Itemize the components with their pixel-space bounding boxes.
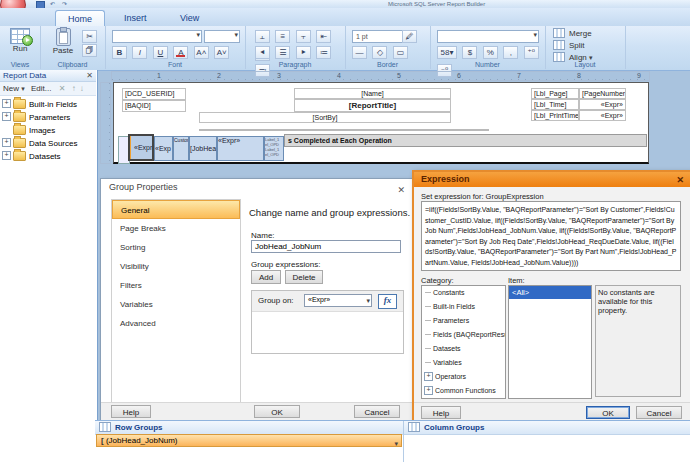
tablix-cell-exp[interactable]: «Exp [154,136,173,161]
tablix-cell-tiny[interactable]: Label_1 el_OPD Label_1 el_OPD [264,136,284,161]
move-down-icon[interactable]: ↓ [80,84,84,93]
align-right-icon[interactable]: ⯈ [296,46,311,59]
plus-expander-icon[interactable]: + [424,386,433,395]
field-page-number[interactable]: [PageNumber] [579,88,626,99]
tree-item-images[interactable]: +Images [0,124,55,137]
ok-button[interactable]: OK [586,406,630,419]
group-name-input[interactable]: JobHead_JobNum [251,240,401,253]
close-icon[interactable]: ✕ [397,182,405,199]
chevron-down-icon[interactable]: ▾ [394,438,398,450]
plus-expander-icon[interactable]: + [2,151,11,160]
fx-button[interactable]: fx [378,294,397,309]
nav-variables[interactable]: Variables [112,295,240,314]
item-all-selected[interactable]: <All> [509,286,591,299]
category-tree[interactable]: Constants Built-in Fields Parameters Fie… [421,285,506,399]
split-button[interactable]: Split [553,40,585,52]
nav-filters[interactable]: Filters [112,276,240,295]
tablix-cell-expr-selected[interactable]: «Expr» [128,134,154,161]
currency-button[interactable]: $ [462,46,477,59]
item-list[interactable]: <All> [508,285,592,399]
edit-button[interactable]: Edit... [31,84,51,93]
tab-home[interactable]: Home [55,10,105,27]
field-time-expr[interactable]: «Expr» [579,99,626,110]
field-dcd-userid[interactable]: [DCD_USERID] [122,88,186,100]
shrink-font-button[interactable]: A˅ [214,46,229,59]
align-left-icon[interactable]: ⯇ [255,46,270,59]
border-line-icon[interactable]: — [352,46,367,59]
nav-general[interactable]: General [112,200,240,219]
percent-button[interactable]: % [483,46,498,59]
group-on-combo[interactable]: «Expr»▾ [304,294,372,307]
plus-expander-icon[interactable]: + [2,99,11,108]
tree-item-data-sources[interactable]: +Data Sources [0,137,77,150]
tablix-cell-jobhead[interactable]: [JobHead [189,136,217,161]
increase-decimal-button[interactable]: ⁺⁰ [524,46,539,59]
bold-button[interactable]: B [112,46,127,59]
tab-insert[interactable]: Insert [112,10,159,26]
underline-button[interactable]: U [153,46,168,59]
category-common-functions[interactable]: +Common Functions [422,384,505,398]
align-middle-icon[interactable]: ≡ [275,30,290,43]
paste-button[interactable]: Paste [48,28,78,60]
number-format-select[interactable]: ▾ [437,30,539,43]
border-width-select[interactable]: 1 pt [352,30,403,43]
nav-visibility[interactable]: Visibility [112,257,240,276]
copy-button[interactable]: 🗍 [82,44,98,62]
category-variables[interactable]: Variables [422,356,505,370]
comma-button[interactable]: , [503,46,518,59]
tablix-column-header[interactable]: s Completed at Each Operation [284,134,647,147]
cancel-button[interactable]: Cancel [636,406,682,419]
save-icon[interactable] [36,1,44,7]
nav-advanced[interactable]: Advanced [112,314,240,333]
number-format-icon[interactable]: 58▾ [437,46,457,59]
cancel-button[interactable]: Cancel [354,405,400,418]
nav-sorting[interactable]: Sorting [112,238,240,257]
field-baqid[interactable]: [BAQID] [122,100,186,112]
category-fields-baqreportresult[interactable]: Fields (BAQReportResult) [422,328,505,342]
category-datasets[interactable]: Datasets [422,342,505,356]
page-info-table[interactable]: [Lbl_Page] [PageNumber] [Lbl_Time] «Expr… [531,88,626,121]
tree-item-datasets[interactable]: +Datasets [0,150,61,163]
indent-decrease-icon[interactable]: ⇤ [316,30,331,43]
tree-item-built-in-fields[interactable]: +Built-in Fields [0,98,77,111]
field-lbl-page[interactable]: [Lbl_Page] [531,88,579,99]
merge-button[interactable]: Merge [553,28,592,40]
tablix-cell-expr2[interactable]: «Expr» [217,136,264,161]
delete-icon[interactable]: ✕ [59,84,66,93]
row-group-item[interactable]: [ (JobHead_JobNum) ▾ [96,434,402,447]
help-button[interactable]: Help [421,406,461,419]
close-icon[interactable]: ✕ [676,173,684,188]
bullet-list-icon[interactable]: ≔ [316,46,331,59]
field-name[interactable]: [Name] [294,88,451,99]
delete-button[interactable]: Delete [285,270,323,284]
category-parameters[interactable]: Parameters [422,314,505,328]
ok-button[interactable]: OK [254,405,300,418]
grow-font-button[interactable]: A˄ [194,46,209,59]
close-icon[interactable]: ✕ [86,70,93,82]
field-report-title[interactable]: [ReportTitle] [294,99,451,112]
border-style-icon[interactable]: ◇ [372,46,387,59]
help-button[interactable]: Help [111,405,151,418]
field-lbl-printtime[interactable]: [Lbl_PrintTime] [531,110,579,121]
plus-expander-icon[interactable]: + [2,138,11,147]
undo-icon[interactable]: ↶ [50,1,58,7]
expression-textbox[interactable]: =iif((Fields!SortBy.Value, "BAQReportPar… [421,201,681,271]
align-center-icon[interactable]: ☰ [275,46,290,59]
category-built-in-fields[interactable]: Built-in Fields [422,300,505,314]
plus-expander-icon[interactable]: + [2,112,11,121]
font-color-button[interactable]: A [173,46,188,59]
plus-expander-icon[interactable]: + [424,372,433,381]
move-up-icon[interactable]: ↑ [72,84,76,93]
font-name-select[interactable]: ▾ [112,30,202,43]
border-box-icon[interactable]: ▭ [393,46,408,59]
align-bottom-icon[interactable]: ⫟ [296,30,311,43]
italic-button[interactable]: I [132,46,147,59]
new-button[interactable]: New ▾ [3,84,25,93]
tree-item-parameters[interactable]: +Parameters [0,111,70,124]
nav-page-breaks[interactable]: Page Breaks [112,219,240,238]
font-size-select[interactable]: ▾ [204,30,240,43]
category-operators[interactable]: +Operators [422,370,505,384]
tab-view[interactable]: View [168,10,211,26]
category-constants[interactable]: Constants [422,286,505,300]
add-button[interactable]: Add [251,270,281,284]
